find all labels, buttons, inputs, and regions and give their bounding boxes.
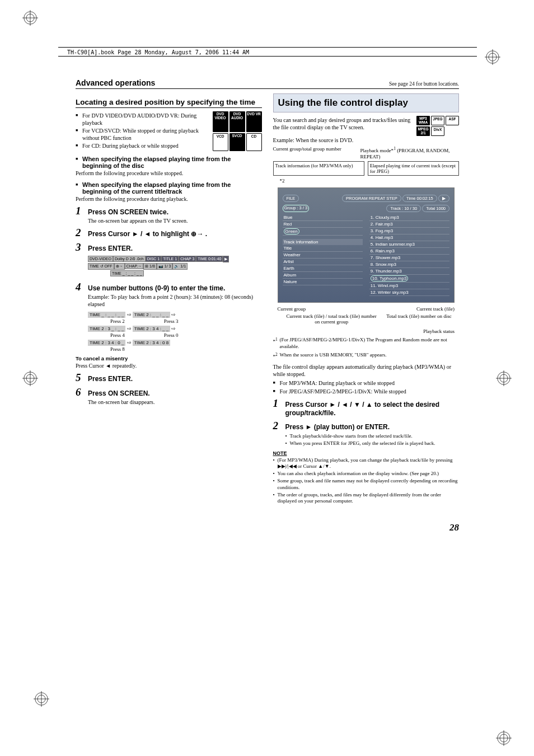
osd-cell: CHAP.→ xyxy=(125,263,144,269)
footnote-2: *2When the source is USB MEMORY, "USB" a… xyxy=(273,352,460,359)
section-header: Advanced operations See page 24 for butt… xyxy=(76,78,459,89)
osd-cell: Dolby D 2/0 .0ch xyxy=(113,256,146,262)
badge-divx: DivX xyxy=(431,126,444,136)
example-text: Example: When the source is DVD. xyxy=(273,137,460,144)
annot-current-group: Current group xyxy=(278,306,306,312)
section-note: See page 24 for button locations. xyxy=(389,81,459,87)
press-label: Press 2 xyxy=(110,318,125,324)
note-list: (For MP3/WMA) During playback, you can c… xyxy=(273,457,460,505)
disc-note-2: For VCD/SVCD: While stopped or during pl… xyxy=(76,128,209,142)
step-2-text: Press Cursor ► / ◄ to highlight ⊕→ . xyxy=(88,230,207,238)
footnote-1: *1(For JPEG/ASF/MPEG-2/MPEG-1/DivX) The … xyxy=(273,337,460,350)
track-item: 10. Typhoon.mp3 xyxy=(369,275,449,283)
section-title: Advanced operations xyxy=(76,78,155,87)
intro-text: You can search and play desired groups a… xyxy=(273,116,414,134)
mode-item: For JPEG/ASF/MPEG-2/MPEG-1/DivX: While s… xyxy=(273,388,460,396)
track-item: 11. Wind.mp3 xyxy=(369,283,449,289)
osd-cell: 📷 1/ 3 xyxy=(157,263,173,270)
total-chip: Total 1000 xyxy=(422,205,449,212)
annot-current-track: Current track (file) xyxy=(416,306,455,312)
regmark-tl xyxy=(22,10,38,26)
track-item: 1. Cloudy.mp3 xyxy=(369,214,449,221)
info-item: Earth xyxy=(283,265,363,272)
annot-playback-status: Playback status xyxy=(273,325,460,335)
track-item: 7. Shower.mp3 xyxy=(369,255,449,261)
right-step-2-number: 2 xyxy=(273,420,282,432)
badge-dvd-vr: DVD VR xyxy=(246,111,262,132)
right-step-1-number: 1 xyxy=(273,397,282,410)
file-control-display: FILE PROGRAM REPEAT STEP Time 00:02:15 ▶… xyxy=(278,187,455,303)
badge-dvd-video: DVD VIDEO xyxy=(213,111,228,132)
arrow-icon: ⇨ xyxy=(127,326,132,331)
track-info-header: Track Information xyxy=(283,239,363,245)
disc-condition-list: For DVD VIDEO/DVD AUDIO/DVD VR: During p… xyxy=(76,111,209,151)
mode-condition-list: For MP3/WMA: During playback or while st… xyxy=(273,380,460,395)
disc-type-badges: DVD VIDEO DVD AUDIO DVD VR VCD SVCD CD xyxy=(213,111,262,151)
step-1: 1 Press ON SCREEN twice. xyxy=(76,205,262,217)
step-2: 2 Press Cursor ► / ◄ to highlight ⊕→ . xyxy=(76,227,262,239)
regmark-tr xyxy=(485,49,500,65)
right-column: Using the file control display You can s… xyxy=(273,93,460,505)
using-file-control-title: Using the file control display xyxy=(278,97,455,109)
track-item: 9. Thunder.mp3 xyxy=(369,268,449,275)
step-1-sub: The on-screen bar appears on the TV scre… xyxy=(88,217,262,224)
page-number: 28 xyxy=(449,522,459,533)
step-2-number: 2 xyxy=(76,227,85,239)
annot-track-count: Current track (file) / total track (file… xyxy=(285,313,378,326)
step-6: 6 Press ON SCREEN. xyxy=(76,386,262,398)
badge-asf: ASF xyxy=(446,116,459,125)
osd-cell: ⊞ 1/8 xyxy=(143,263,157,270)
seq-bar: TIME 2 : 3 4 : _ _ xyxy=(133,326,170,332)
step-6-number: 6 xyxy=(76,386,85,398)
seq-bar: TIME 2 : 3 4 : 0 8 xyxy=(133,340,170,346)
group-item: Green xyxy=(283,228,363,236)
badge-dvd-audio: DVD AUDIO xyxy=(229,111,245,132)
step-6-text: Press ON SCREEN. xyxy=(88,389,150,398)
info-item: Title xyxy=(283,245,363,252)
time-chip: Time 00:02:15 xyxy=(402,195,437,202)
group-item: Red xyxy=(283,221,363,228)
annot-total-track: Total track (file) number on disc xyxy=(383,313,455,326)
arrow-icon: ⇨ xyxy=(127,312,132,317)
step-6-sub: The on-screen bar disappears. xyxy=(88,398,262,406)
osd-cell: DVD-VIDEO xyxy=(88,256,113,262)
sub2-text: Perform the following procedure during p… xyxy=(76,195,262,203)
time-entry-sequence: TIME _ : _ _ : _ _ ⇨ TIME 2 : _ _ : _ _ … xyxy=(88,311,262,352)
seq-bar: TIME 2 : 3 4 : 0 _ xyxy=(88,340,125,346)
regmark-br xyxy=(496,730,512,746)
seq-bar: TIME 2 : _ _ : _ _ xyxy=(133,312,170,318)
note-item: You can also check playback information … xyxy=(273,471,460,477)
disc-note-1: For DVD VIDEO/DVD AUDIO/DVD VR: During p… xyxy=(76,112,209,126)
track-item: 2. Fair.mp3 xyxy=(369,221,449,228)
header-rule-bottom xyxy=(58,56,477,57)
right-step-2: 2 Press ► (play button) or ENTER. xyxy=(273,420,460,432)
badge-jpeg: JPEG xyxy=(431,116,444,125)
book-header: TH-C90[A].book Page 28 Monday, August 7,… xyxy=(67,49,249,55)
page-content: Advanced operations See page 24 for butt… xyxy=(76,78,459,505)
seq-bar: TIME 2 : 3 _ : _ _ xyxy=(88,326,125,332)
note-item: Some group, track and file names may not… xyxy=(273,478,460,491)
regmark-bl xyxy=(34,691,49,707)
group-list: Blue Red Green xyxy=(283,214,363,236)
header-rule-top xyxy=(58,47,477,48)
sub1-text: Perform the following procedure while st… xyxy=(76,170,262,177)
annot-bottom-row1: Current group Current track (file) xyxy=(273,306,460,312)
file-type-badges: MP3 WMA JPEG ASF MPEG 2/1 DivX xyxy=(416,116,459,136)
right-step-1: 1 Press Cursor ► / ◄ / ▼ / ▲ to select t… xyxy=(273,397,460,417)
using-file-control-box: Using the file control display xyxy=(273,93,460,112)
badge-mpeg21: MPEG 2/1 xyxy=(416,126,430,136)
mode-item: For MP3/WMA: During playback or while st… xyxy=(273,380,460,387)
step-5-text: Press ENTER. xyxy=(88,375,133,383)
track-item: 5. Indian summer.mp3 xyxy=(369,241,449,248)
regmark-ml xyxy=(22,370,38,386)
note-item: (For MP3/WMA) During playback, you can c… xyxy=(273,457,460,470)
track-item: 12. Winter sky.mp3 xyxy=(369,289,449,296)
annot-playback-mode: Playback mode*1 (PROGRAM, RANDOM, REPEAT… xyxy=(360,146,459,160)
subhead-title-beginning: When specifying the elapsed playing time… xyxy=(76,181,262,195)
auto-display-text: The file control display appears automat… xyxy=(273,363,460,378)
osd-bar-figure: DVD-VIDEODolby D 2/0 .0chDISC 1TITLE 1CH… xyxy=(88,256,262,276)
step-5: 5 Press ENTER. xyxy=(76,372,262,384)
sub-bullet: Track playback/slide-show starts from th… xyxy=(285,433,460,439)
info-item: Album xyxy=(283,272,363,279)
cancel-text: Press Cursor ◄ repeatedly. xyxy=(76,362,262,369)
